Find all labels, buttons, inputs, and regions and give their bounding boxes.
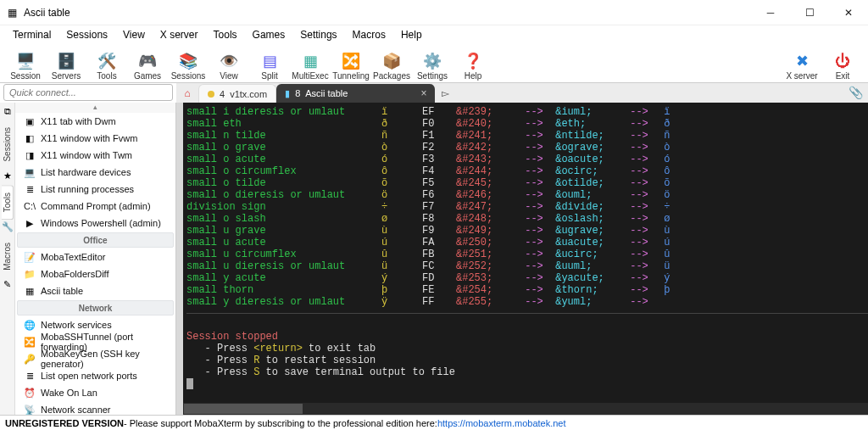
- tab-inactive[interactable]: 4 v1tx.com: [198, 84, 276, 103]
- tool-sessions[interactable]: 📚Sessions: [168, 52, 209, 82]
- menu-view[interactable]: View: [115, 27, 153, 42]
- sidebar-item[interactable]: 📝MobaTextEditor: [15, 249, 175, 265]
- sidebar-item[interactable]: 🌐Network services: [15, 316, 175, 333]
- menu-help[interactable]: Help: [393, 27, 430, 42]
- tool-settings[interactable]: ⚙️Settings: [412, 52, 453, 82]
- tool-games[interactable]: 🎮Games: [127, 52, 168, 82]
- close-button[interactable]: ✕: [829, 0, 868, 25]
- status-link[interactable]: https://mobaxterm.mobatek.net: [437, 418, 566, 428]
- status-msg: - Please support MobaXterm by subscribin…: [124, 418, 437, 428]
- menubar: TerminalSessionsViewX serverToolsGamesSe…: [0, 25, 868, 44]
- titlebar: ▦ Ascii table ─ ☐ ✕: [0, 0, 868, 25]
- minimize-button[interactable]: ─: [751, 0, 790, 25]
- sidebar-item[interactable]: 🔑MobaKeyGen (SSH key generator): [15, 350, 175, 367]
- sessions-icon: 📚: [179, 52, 198, 70]
- tab-num: 8: [295, 88, 300, 98]
- sidebar-item-label: Wake On Lan: [41, 388, 97, 398]
- games-icon: 🎮: [138, 52, 157, 70]
- sidebar-item[interactable]: 📡Network scanner: [15, 401, 175, 415]
- sidebar-item-label: Network scanner: [41, 405, 111, 415]
- tab-num: 4: [220, 89, 225, 99]
- tab-home-button[interactable]: ⌂: [176, 83, 198, 103]
- terminal-h-scrollbar[interactable]: [183, 403, 868, 415]
- window-title: Ascii table: [24, 7, 751, 19]
- tab-dot-icon: [208, 91, 214, 98]
- scrollbar-thumb[interactable]: [184, 404, 303, 414]
- sidebar-item[interactable]: ≣List open network ports: [15, 367, 175, 384]
- sidebar-item-label: MobaFoldersDiff: [41, 269, 109, 279]
- sidebar-item-label: Windows Powershell (admin): [41, 218, 161, 228]
- main: ⧉Sessions★Tools🔧Macros✎ ▴ ▣X11 tab with …: [0, 103, 868, 415]
- packages-icon: 📦: [382, 52, 401, 70]
- sidebar-item-icon: 💻: [24, 167, 36, 178]
- sidebar-item-icon: 📁: [24, 269, 36, 280]
- split-icon: ▤: [263, 52, 277, 70]
- sidebar-item[interactable]: 🔀MobaSSHTunnel (port forwarding): [15, 333, 175, 350]
- tool-x server[interactable]: ✖X server: [782, 52, 822, 82]
- sidebar-item-icon: ▶: [24, 218, 36, 229]
- servers-icon: 🗄️: [57, 52, 75, 70]
- side-tab-macros[interactable]: Macros: [2, 236, 13, 277]
- sidebar-item[interactable]: ▦Ascii table: [15, 282, 175, 299]
- tool-view[interactable]: 👁️View: [209, 52, 249, 82]
- menu-terminal[interactable]: Terminal: [5, 27, 58, 42]
- sidebar-item[interactable]: ⏰Wake On Lan: [15, 384, 175, 401]
- sidebar-item[interactable]: 📁MobaFoldersDiff: [15, 265, 175, 282]
- tool-help[interactable]: ❓Help: [453, 52, 493, 82]
- sidebar-item-label: List running processes: [41, 184, 134, 194]
- side-tab-icon: ★: [3, 170, 12, 181]
- menu-x-server[interactable]: X server: [153, 27, 206, 42]
- terminal[interactable]: small i dieresis or umlautïEF&#239; --> …: [183, 103, 868, 415]
- side-tab-icon: 🔧: [2, 221, 14, 232]
- new-tab-button[interactable]: ▻: [435, 83, 455, 103]
- tool-session[interactable]: 🖥️Session: [5, 52, 46, 82]
- exit-icon: ⏻: [835, 52, 850, 70]
- settings-icon: ⚙️: [423, 52, 442, 70]
- menu-sessions[interactable]: Sessions: [58, 27, 115, 42]
- tool-tunneling[interactable]: 🔀Tunneling: [331, 52, 371, 82]
- side-tab-sessions[interactable]: Sessions: [2, 120, 13, 169]
- sidebar-item-icon: ◧: [24, 133, 36, 144]
- tab-label: Ascii table: [305, 88, 348, 98]
- tunneling-icon: 🔀: [342, 52, 360, 70]
- sidebar-item[interactable]: ▣X11 tab with Dwm: [15, 113, 175, 130]
- sidebar-item[interactable]: ◧X11 window with Fvwm: [15, 130, 175, 147]
- app-icon: ▦: [5, 6, 19, 20]
- sidebar-item[interactable]: ≣List running processes: [15, 181, 175, 198]
- menu-macros[interactable]: Macros: [345, 27, 393, 42]
- sidebar-item-label: MobaKeyGen (SSH key generator): [41, 349, 169, 369]
- sidebar-item[interactable]: 💻List hardware devices: [15, 164, 175, 181]
- sidebar-item-label: X11 tab with Dwm: [41, 116, 116, 126]
- tool-exit[interactable]: ⏻Exit: [822, 52, 863, 82]
- menu-tools[interactable]: Tools: [206, 27, 245, 42]
- sidebar-item[interactable]: ▶Windows Powershell (admin): [15, 215, 175, 232]
- sidebar-item-label: Ascii table: [41, 286, 83, 296]
- tool-packages[interactable]: 📦Packages: [371, 52, 412, 82]
- sidebar-item-icon: ≣: [24, 371, 36, 382]
- view-icon: 👁️: [220, 52, 238, 70]
- tab-terminal-icon: ▮: [285, 88, 290, 99]
- sidebar-item-icon: ⏰: [24, 388, 36, 399]
- sidebar-item[interactable]: ◨X11 window with Twm: [15, 147, 175, 164]
- side-tabs: ⧉Sessions★Tools🔧Macros✎: [0, 103, 15, 415]
- menu-games[interactable]: Games: [245, 27, 293, 42]
- tool-servers[interactable]: 🗄️Servers: [46, 52, 86, 82]
- sidebar-item-icon: 📡: [24, 405, 36, 416]
- terminal-gutter[interactable]: [176, 103, 183, 415]
- status-unregistered: UNREGISTERED VERSION: [5, 418, 124, 428]
- side-tab-tools[interactable]: Tools: [2, 185, 14, 220]
- sidebar-item[interactable]: C:\Command Prompt (admin): [15, 198, 175, 215]
- tab-active[interactable]: ▮ 8 Ascii table ×: [276, 84, 435, 103]
- tab-close-icon[interactable]: ×: [420, 87, 426, 99]
- menu-settings[interactable]: Settings: [292, 27, 344, 42]
- tool-tools[interactable]: 🛠️Tools: [86, 52, 127, 82]
- multiexec-icon: ▦: [303, 52, 318, 70]
- maximize-button[interactable]: ☐: [790, 0, 829, 25]
- quick-connect-input[interactable]: [3, 84, 173, 101]
- tool-multiexec[interactable]: ▦MultiExec: [290, 52, 331, 82]
- paperclip-icon[interactable]: 📎: [849, 86, 863, 99]
- terminal-pane: small i dieresis or umlautïEF&#239; --> …: [176, 103, 868, 415]
- sidebar-scroll-up[interactable]: ▴: [15, 103, 175, 113]
- tab-label: v1tx.com: [230, 89, 267, 99]
- tool-split[interactable]: ▤Split: [249, 52, 290, 82]
